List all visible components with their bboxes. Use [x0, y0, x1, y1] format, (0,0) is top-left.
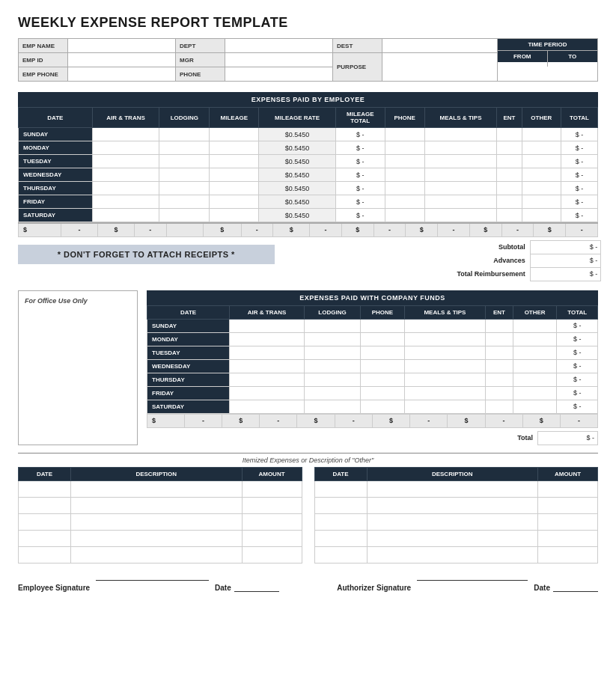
mgr-label: MGR [176, 53, 225, 67]
date-line-2 [553, 591, 598, 592]
table-row: FRIDAY$ - [147, 386, 598, 400]
purpose-value[interactable] [382, 53, 497, 81]
table-row: SUNDAY$0.5450$ -$ - [19, 128, 598, 141]
table-row: SATURDAY$ - [147, 400, 598, 413]
company-section-title: EXPENSES PAID WITH COMPANY FUNDS [147, 290, 598, 305]
emp-name-value[interactable] [67, 39, 175, 52]
col-mileage: MILEAGE [210, 108, 259, 128]
company-total-value[interactable]: $ - [538, 431, 598, 445]
list-item [19, 497, 302, 513]
employee-section-title: EXPENSES PAID BY EMPLOYEE [18, 92, 598, 107]
office-use-label: For Office Use Only [25, 297, 131, 305]
time-period-label: TIME PERIOD [498, 39, 597, 50]
header-col-1: EMP NAME EMP ID EMP PHONE [19, 39, 176, 81]
from-label: FROM [498, 51, 548, 62]
list-item [314, 480, 598, 497]
phone-label: PHONE [176, 67, 225, 81]
to-label: TO [548, 51, 598, 62]
item-right-amount-col: AMOUNT [538, 467, 598, 480]
subtotal-value[interactable]: $ - [530, 240, 600, 254]
itemized-right-table: DATE DESCRIPTION AMOUNT [314, 467, 599, 564]
employee-signature-label: Employee Signature [18, 584, 90, 592]
authorizer-sig-line [417, 580, 528, 592]
employee-sig-block: Employee Signature Date [18, 580, 279, 592]
emp-phone-label: EMP PHONE [19, 67, 67, 81]
itemized-label: Itemized Expenses or Description of "Oth… [18, 453, 598, 464]
comp-col-lodging: LODGING [305, 305, 361, 319]
advances-value[interactable]: $ - [530, 254, 600, 267]
company-total-row: $ - $ - $ - $ - $ - $ - [147, 414, 598, 427]
col-lodging: LODGING [159, 108, 210, 128]
list-item [19, 513, 302, 530]
item-left-desc-col: DESCRIPTION [71, 467, 243, 480]
col-mileage-rate: MILEAGE RATE [259, 108, 336, 128]
table-row: MONDAY$0.5450$ -$ - [19, 141, 598, 155]
company-expense-table: DATE AIR & TRANS LODGING PHONE MEALS & T… [147, 305, 598, 414]
from-value[interactable] [498, 62, 548, 67]
table-row: FRIDAY$0.5450$ -$ - [19, 195, 598, 209]
item-right-date-col: DATE [314, 467, 367, 480]
purpose-label: PURPOSE [333, 53, 382, 81]
comp-col-other: OTHER [513, 305, 556, 319]
to-value[interactable] [548, 62, 598, 67]
emp-phone-value[interactable] [67, 67, 175, 81]
col-total: TOTAL [561, 108, 597, 128]
page-title: WEEKLY EXPENSE REPORT TEMPLATE [18, 15, 598, 31]
company-total-table: Total $ - [433, 431, 598, 445]
dest-value[interactable] [382, 39, 497, 52]
employee-totals-table: $ - $ - $ - $ - $ - $ - $ - $ - [18, 222, 598, 237]
comp-col-total: TOTAL [557, 305, 598, 319]
list-item [314, 513, 598, 530]
header-col-2: DEPT MGR PHONE [176, 39, 333, 81]
employee-total-row: $ - $ - $ - $ - $ - $ - $ - $ - [19, 223, 598, 236]
col-date: DATE [19, 108, 93, 128]
date-label-2: Date [534, 584, 550, 592]
comp-col-ent: ENT [485, 305, 513, 319]
emp-name-label: EMP NAME [19, 39, 67, 52]
list-item [314, 546, 598, 563]
emp-id-value[interactable] [67, 53, 175, 67]
table-row: WEDNESDAY$ - [147, 359, 598, 373]
employee-expense-table: DATE AIR & TRANS LODGING MILEAGE MILEAGE… [18, 107, 598, 222]
comp-col-phone: PHONE [360, 305, 404, 319]
company-totals-table: $ - $ - $ - $ - $ - $ - [147, 414, 598, 428]
table-row: MONDAY$ - [147, 332, 598, 346]
authorizer-sig-block: Authorizer Signature Date [337, 580, 598, 592]
col-meals-tips: MEALS & TIPS [424, 108, 497, 128]
company-expense-section: EXPENSES PAID WITH COMPANY FUNDS DATE AI… [147, 290, 598, 445]
table-row: TUESDAY$ - [147, 346, 598, 359]
list-item [314, 497, 598, 513]
signature-section: Employee Signature Date Authorizer Signa… [18, 575, 598, 592]
subtotal-label: Subtotal [406, 240, 530, 254]
table-row: THURSDAY$0.5450$ -$ - [19, 182, 598, 195]
itemized-section: Itemized Expenses or Description of "Oth… [18, 453, 598, 564]
comp-col-meals-tips: MEALS & TIPS [405, 305, 486, 319]
table-row: SATURDAY$0.5450$ -$ - [19, 209, 598, 222]
itemized-left-table: DATE DESCRIPTION AMOUNT [18, 467, 302, 564]
col-other: OTHER [522, 108, 561, 128]
receipts-banner: * DON'T FORGET TO ATTACH RECEIPTS * [18, 245, 275, 264]
header-fields: EMP NAME EMP ID EMP PHONE DEPT MGR PHONE… [18, 38, 598, 82]
total-reimbursement-label: Total Reimbursement [406, 267, 530, 281]
dept-label: DEPT [176, 39, 225, 52]
col-ent: ENT [497, 108, 522, 128]
company-total-label: Total [433, 431, 538, 445]
header-col-3: DEST PURPOSE [333, 39, 498, 81]
dest-label: DEST [333, 39, 382, 52]
mgr-value[interactable] [225, 53, 332, 67]
employee-expense-section: EXPENSES PAID BY EMPLOYEE DATE AIR & TRA… [18, 92, 598, 281]
table-row: TUESDAY$0.5450$ -$ - [19, 155, 598, 168]
dept-value[interactable] [225, 39, 332, 52]
advances-label: Advances [406, 254, 530, 267]
itemized-tables: DATE DESCRIPTION AMOUNT DATE DESCRIPTION… [18, 467, 598, 564]
employee-sig-line [96, 580, 209, 592]
phone-value[interactable] [225, 67, 332, 81]
company-section-layout: For Office Use Only EXPENSES PAID WITH C… [18, 290, 598, 445]
header-col-4: TIME PERIOD FROM TO [498, 39, 597, 81]
comp-col-date: DATE [147, 305, 230, 319]
list-item [314, 530, 598, 546]
item-left-amount-col: AMOUNT [242, 467, 302, 480]
total-reimbursement-value[interactable]: $ - [530, 267, 600, 281]
list-item [19, 546, 302, 563]
emp-id-label: EMP ID [19, 53, 67, 67]
